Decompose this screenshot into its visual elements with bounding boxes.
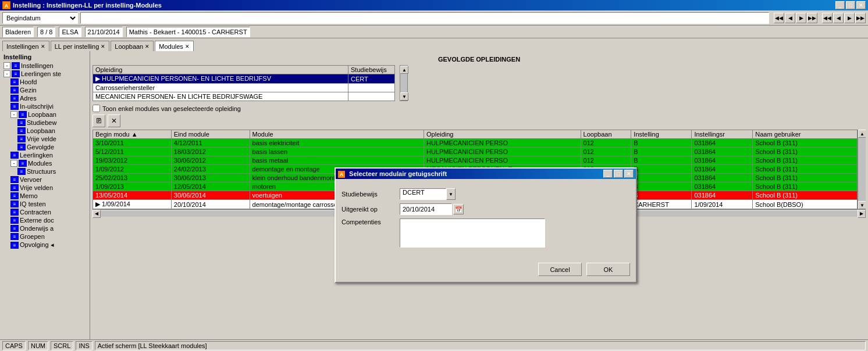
sidebar-item-leerlingen[interactable]: - ≡ Leerlingen ste — [1, 70, 88, 78]
tab-bar: Instellingen ✕ LL per instelling ✕ Loopb… — [0, 38, 868, 51]
cell-instellingsr: 031864 — [692, 139, 753, 148]
competenties-label: Competenties — [341, 219, 400, 225]
table-row[interactable]: 5/12/2011 18/03/2012 basis lassen HULPME… — [93, 148, 858, 156]
ok-button[interactable]: OK — [586, 263, 630, 276]
sidebar-item-externe-doc[interactable]: ≡ Externe doc — [1, 216, 88, 224]
structuur-icon: ≡ — [17, 168, 26, 175]
opl-scroll-up[interactable]: ▲ — [400, 66, 408, 74]
sidebar-item-onderwijs[interactable]: ≡ Onderwijs a — [1, 224, 88, 232]
delete-action-button[interactable]: ✕ — [108, 114, 120, 127]
dialog-minimize[interactable]: _ — [603, 170, 613, 178]
dialog-close[interactable]: ✕ — [624, 170, 634, 178]
close-button[interactable]: ✕ — [856, 1, 866, 9]
nav-prev-button[interactable]: ◀ — [785, 13, 795, 23]
studiebewijs-dropdown-btn[interactable]: ▼ — [446, 188, 456, 200]
table-row[interactable]: MECANICIEN PERSONEN- EN LICHTE BEDRIJFSW… — [93, 92, 395, 101]
cell-studiebewijs — [348, 84, 395, 92]
tab-ll-per-instelling[interactable]: LL per instelling ✕ — [51, 41, 110, 51]
col-opleiding2: Opleiding — [424, 130, 581, 139]
cell-eind: 20/10/2014 — [171, 200, 250, 209]
adres-icon: ≡ — [10, 95, 19, 102]
col-eind: Eind module — [171, 130, 250, 139]
tab-close-modules[interactable]: ✕ — [185, 44, 190, 49]
nav2-first-button[interactable]: ◀◀ — [822, 13, 833, 23]
nav2-next-button[interactable]: ▶ — [844, 13, 855, 23]
col-instelling: Instelling — [631, 130, 692, 139]
mod-scroll-down[interactable]: ▼ — [858, 201, 866, 209]
sidebar-item-leerlingkenmerken[interactable]: ≡ Leerlingken — [1, 151, 88, 159]
table-row[interactable]: ▶ HULPMECANICIEN PERSONEN- EN LICHTE BED… — [93, 74, 395, 84]
sidebar-item-vervoer[interactable]: ≡ Vervoer — [1, 176, 88, 184]
tab-modules[interactable]: Modules ✕ — [155, 41, 194, 51]
maximize-button[interactable]: □ — [846, 1, 855, 9]
competenties-input[interactable] — [400, 219, 545, 248]
studiebewijs-input[interactable]: DCERT — [400, 188, 446, 200]
sidebar-item-adres[interactable]: ≡ Adres — [1, 94, 88, 102]
sidebar-item-instellingen[interactable]: - ≡ Instellingen — [1, 62, 88, 70]
mod-scroll-up[interactable]: ▲ — [858, 130, 866, 138]
title-bar: A Instelling : Instellingen-LL per inste… — [0, 0, 868, 10]
instellingen-icon: ≡ — [12, 62, 20, 69]
sidebar-item-vrije-velden[interactable]: ≡ Vrije velde — [1, 135, 88, 143]
cell-opleiding: HULPMECANICIEN PERSO — [424, 139, 581, 148]
table-row[interactable]: 19/03/2012 30/06/2012 basis metaal HULPM… — [93, 156, 858, 165]
tree-expand-loopbaan[interactable]: - — [10, 111, 17, 118]
begindatum-dropdown[interactable]: Begindatum — [2, 12, 78, 24]
toolbar-search[interactable] — [80, 12, 769, 24]
uitgereikt-input[interactable] — [400, 203, 452, 215]
cell-loopbaan: 012 — [581, 148, 631, 156]
sidebar-item-studiebewijs[interactable]: ≡ Studiebew — [1, 119, 88, 127]
cell-module: basis metaal — [250, 156, 424, 165]
nav-next-button[interactable]: ▶ — [796, 13, 806, 23]
h-scroll-left[interactable]: ◀ — [93, 210, 101, 218]
cell-begin: 19/03/2012 — [93, 156, 172, 165]
sidebar-item-loopbaan2[interactable]: ≡ Loopbaan — [1, 127, 88, 135]
minimize-button[interactable]: _ — [835, 1, 845, 9]
cell-studiebewijs — [348, 92, 395, 101]
sidebar-item-in-uitschrijving[interactable]: ≡ In-uitschrijvi — [1, 102, 88, 110]
status-message: Actief scherm [LL Steekkaart modules] — [95, 341, 866, 350]
sidebar-item-vrije-velden2[interactable]: ≡ Vrije velden — [1, 184, 88, 192]
table-row[interactable]: 3/10/2011 4/12/2011 basis elektriciteit … — [93, 139, 858, 148]
toon-enkel-checkbox[interactable] — [93, 105, 100, 112]
sidebar-item-contracten[interactable]: ≡ Contracten — [1, 208, 88, 216]
tab-instellingen[interactable]: Instellingen ✕ — [2, 41, 49, 51]
h-scroll-right[interactable]: ▶ — [858, 210, 866, 218]
sidebar-item-structuur[interactable]: ≡ Structuurs — [1, 167, 88, 176]
nav2-last-button[interactable]: ▶▶ — [855, 13, 866, 23]
dialog-maximize[interactable]: □ — [614, 170, 623, 178]
nav-last-button[interactable]: ▶▶ — [807, 13, 817, 23]
status-bar: CAPS NUM SCRL INS Actief scherm [LL Stee… — [0, 339, 868, 351]
calendar-button[interactable]: 📅 — [453, 204, 464, 214]
tab-loopbaan[interactable]: Loopbaan ✕ — [111, 41, 154, 51]
sidebar-item-modules[interactable]: - ≡ Modules — [1, 159, 88, 167]
sidebar-item-opvolging[interactable]: ≡ Opvolging ◂ — [1, 241, 88, 249]
cell-opleiding: MECANICIEN PERSONEN- EN LICHTE BEDRIJFSW… — [93, 92, 348, 101]
cell-begin: 13/05/2014 — [93, 191, 172, 200]
add-action-button[interactable]: 🖹 — [93, 114, 105, 127]
table-row[interactable]: Carrosseriehersteller — [93, 84, 395, 92]
cell-module: basis lassen — [250, 148, 424, 156]
sidebar-item-hoofd[interactable]: ≡ Hoofd — [1, 78, 88, 86]
cell-eind: 24/02/2013 — [171, 165, 250, 174]
sidebar-item-iq-testen[interactable]: ≡ IQ testen — [1, 200, 88, 208]
nav-first-button[interactable]: ◀◀ — [774, 13, 784, 23]
opl-scroll-down[interactable]: ▼ — [400, 92, 408, 101]
nav2-prev-button[interactable]: ◀ — [833, 13, 844, 23]
tab-close-ll[interactable]: ✕ — [101, 44, 105, 49]
tree-expand-leerlingen[interactable]: - — [3, 70, 10, 77]
sidebar-item-gezin[interactable]: ≡ Gezin — [1, 86, 88, 94]
sidebar-item-groepen[interactable]: ≡ Groepen — [1, 232, 88, 241]
col-module: Module — [250, 130, 424, 139]
tree-expand-icon[interactable]: - — [3, 62, 10, 69]
sidebar-item-memo[interactable]: ≡ Memo — [1, 192, 88, 200]
tab-close-instellingen[interactable]: ✕ — [41, 44, 45, 49]
sidebar-item-gevolgde[interactable]: ≡ Gevolgde — [1, 143, 88, 151]
tab-close-loopbaan[interactable]: ✕ — [145, 44, 150, 49]
tree-expand-modules[interactable]: - — [10, 160, 17, 167]
cell-naam: School B (311) — [753, 191, 858, 200]
sidebar-item-loopbaan[interactable]: - ≡ Loopbaan — [1, 110, 88, 119]
left-panel: Instelling - ≡ Instellingen - ≡ Leerling… — [0, 51, 90, 339]
gevolgde-icon: ≡ — [17, 144, 26, 151]
cancel-button[interactable]: Cancel — [538, 263, 582, 276]
